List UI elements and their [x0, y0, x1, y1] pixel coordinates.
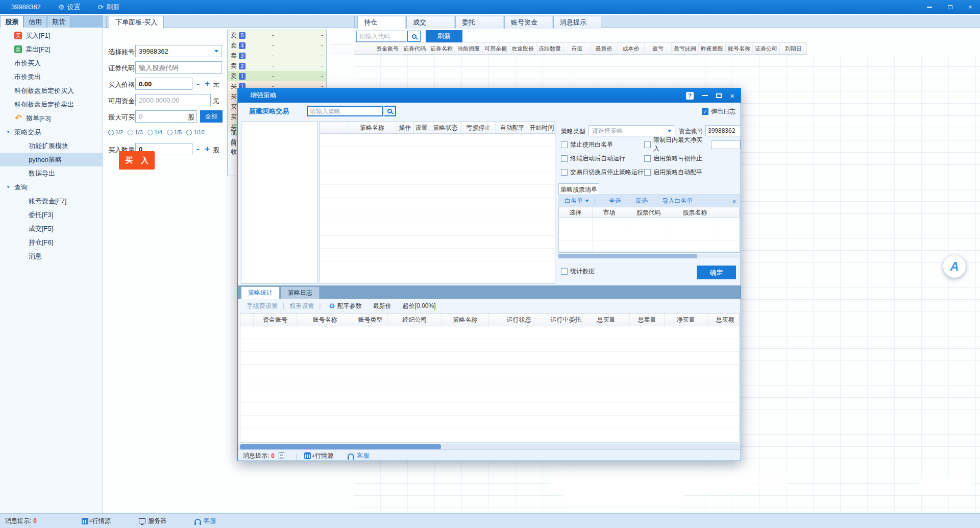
sidebar-item-功能扩展模块[interactable]: 功能扩展模块 [0, 139, 103, 153]
popup-log-checkbox[interactable]: ✓ 弹出日志 [702, 107, 736, 116]
column-header-盈亏比例[interactable]: 盈亏比例 [672, 42, 699, 55]
sidebar-tab-信用[interactable]: 信用 [23, 15, 47, 28]
column-header-总买额[interactable]: 总买额 [707, 314, 741, 326]
code-search-input[interactable] [356, 31, 406, 42]
column-header-净买量[interactable]: 净买量 [665, 314, 707, 326]
ladder-row-sell-3[interactable]: 卖3-- [228, 51, 326, 61]
splitter-handle[interactable] [354, 16, 355, 29]
buy-button[interactable]: 买 入 [119, 151, 155, 170]
strategy-type-select[interactable]: 请选择策略 [589, 125, 675, 136]
tab-策略统计[interactable]: 策略统计 [241, 286, 280, 299]
ladder-row-sell-5[interactable]: 卖5-- [228, 30, 326, 40]
stock-list-scrollbar[interactable] [558, 254, 740, 258]
column-header-总买量[interactable]: 总买量 [583, 314, 630, 326]
new-strategy-link[interactable]: 新建策略交易 [249, 107, 289, 116]
import-whitelist-link[interactable]: 导入白名单 [662, 197, 693, 205]
run-table-scrollbar[interactable] [238, 444, 741, 449]
whitelist-select[interactable]: 白名单 [565, 197, 589, 205]
tab-策略日志[interactable]: 策略日志 [281, 286, 320, 299]
dialog-minimize-button[interactable] [702, 95, 708, 96]
dialog-close-button[interactable]: × [730, 92, 734, 100]
sidebar-item-委托[F3][interactable]: 委托[F3] [0, 208, 103, 222]
sidebar-item-成交[F5][interactable]: 成交[F5] [0, 222, 103, 235]
minimize-button[interactable] [924, 3, 935, 12]
stats-data-checkbox[interactable]: 统计数据 [561, 267, 595, 276]
price-input[interactable]: 0.00 [135, 78, 192, 90]
checkbox-禁止使用白名单[interactable]: 禁止使用白名单 [561, 140, 644, 149]
column-header-账号名称[interactable]: 账号名称 [726, 42, 753, 55]
refresh-button[interactable]: ⟳ 刷新 [97, 3, 119, 12]
column-header-证券公司[interactable]: 证券公司 [753, 42, 780, 55]
sidebar-tab-期货[interactable]: 期货 [47, 15, 70, 28]
sidebar-tab-股票[interactable]: 股票 [0, 15, 23, 28]
sidebar-item-持仓[F6][interactable]: 持仓[F6] [0, 235, 103, 249]
column-header-运行状态[interactable]: 运行状态 [489, 314, 549, 326]
ok-button[interactable]: 确定 [697, 266, 736, 279]
fraction-radio-1/10[interactable]: 1/10 [186, 129, 204, 135]
qty-minus-button[interactable]: - [194, 144, 202, 154]
server-label[interactable]: 服务器 [148, 517, 166, 525]
fraction-radio-1/2[interactable]: 1/2 [108, 129, 123, 135]
customer-service-link[interactable]: 客服 [204, 517, 216, 525]
settings-button[interactable]: ⚙ 设置 [58, 3, 81, 12]
help-icon[interactable]: ? [686, 92, 694, 100]
sidebar-item-科创板盘后定价买入[interactable]: 科创板盘后定价买入 [0, 84, 103, 98]
sidebar-item-撤单[F3][interactable]: ↶撤单[F3] [0, 111, 103, 125]
weight-settings-link[interactable]: 权重设置 [289, 302, 314, 310]
column-header-市场[interactable]: 市场 [593, 207, 626, 218]
checkbox-启用策略自动配平[interactable]: 启用策略自动配平 [644, 167, 741, 177]
strategy-tree-panel[interactable] [241, 121, 318, 284]
column-header-资金账号[interactable]: 资金账号 [374, 42, 401, 55]
sidebar-item-账号资金[F7][interactable]: 账号资金[F7] [0, 194, 103, 208]
price-minus-button[interactable]: - [194, 79, 202, 89]
column-header-亏损停止[interactable]: 亏损停止 [462, 122, 496, 133]
sidebar-item-卖出[F2][interactable]: 卖卖出[F2] [0, 42, 103, 56]
tab-持仓[interactable]: 持仓 [357, 16, 405, 29]
assistant-floating-button[interactable]: A [943, 255, 966, 278]
column-header-账号名称[interactable]: 账号名称 [297, 314, 353, 326]
close-button[interactable]: × [965, 3, 976, 12]
tab-成交[interactable]: 成交 [406, 16, 454, 29]
column-header-在途股份[interactable]: 在途股份 [509, 42, 536, 55]
column-header-当前拥股[interactable]: 当前拥股 [455, 42, 482, 55]
tab-账号资金[interactable]: 账号资金 [504, 16, 552, 29]
column-header-市值[interactable]: 市值 [564, 42, 591, 55]
column-header-最新价[interactable]: 最新价 [591, 42, 618, 55]
more-link[interactable]: » [732, 198, 736, 205]
checkbox-交易日切换后停止策略运行[interactable]: 交易日切换后停止策略运行 [561, 167, 644, 177]
checkbox-限制日内最大净买入[interactable]: 限制日内最大净买入 [644, 140, 741, 149]
customer-service-link[interactable]: 客服 [357, 451, 369, 460]
log-icon[interactable] [279, 452, 284, 459]
price-plus-button[interactable]: + [203, 79, 211, 89]
sidebar-item-市价买入[interactable]: 市价买入 [0, 56, 103, 70]
column-header-选择[interactable]: 选择 [559, 207, 593, 218]
sidebar-item-策略交易[interactable]: ▼策略交易 [0, 125, 103, 139]
fund-account-input[interactable]: 39988362 [705, 125, 741, 136]
column-header-股票名称[interactable]: 股票名称 [671, 207, 719, 218]
column-header-资金账号[interactable]: 资金账号 [254, 314, 297, 326]
column-header-策略状态[interactable]: 策略状态 [429, 122, 462, 133]
ladder-row-sell-1[interactable]: 卖1-- [228, 71, 326, 81]
qty-plus-button[interactable]: + [203, 144, 211, 154]
fraction-radio-1/3[interactable]: 1/3 [128, 129, 142, 135]
invert-select-link[interactable]: 反选 [635, 197, 648, 205]
maximize-button[interactable] [944, 3, 955, 12]
ladder-row-sell-2[interactable]: 卖2-- [228, 61, 326, 71]
dialog-title-bar[interactable]: 增强策略 ? × [238, 88, 741, 103]
column-header-自动配平[interactable]: 自动配平 [496, 122, 529, 133]
column-header-策略名称[interactable]: 策略名称 [348, 122, 397, 133]
max-net-buy-input[interactable] [711, 140, 741, 149]
column-header-盈亏[interactable]: 盈亏 [645, 42, 672, 55]
column-header-策略名称[interactable]: 策略名称 [442, 314, 489, 326]
tab-消息提示[interactable]: 消息提示 [553, 16, 601, 29]
fraction-radio-1/5[interactable]: 1/5 [167, 129, 182, 135]
sidebar-item-python策略[interactable]: python策略 [0, 153, 103, 166]
column-header-设置[interactable]: 设置 [414, 122, 429, 133]
sidebar-item-数据导出[interactable]: 数据导出 [0, 166, 103, 180]
stock-code-input[interactable] [135, 61, 222, 74]
search-button[interactable] [407, 31, 421, 42]
column-header-昨夜拥股[interactable]: 昨夜拥股 [699, 42, 726, 55]
strategy-search-button[interactable] [384, 106, 396, 116]
positions-refresh-button[interactable]: 刷新 [426, 30, 462, 42]
all-button[interactable]: 全部 [200, 110, 223, 123]
